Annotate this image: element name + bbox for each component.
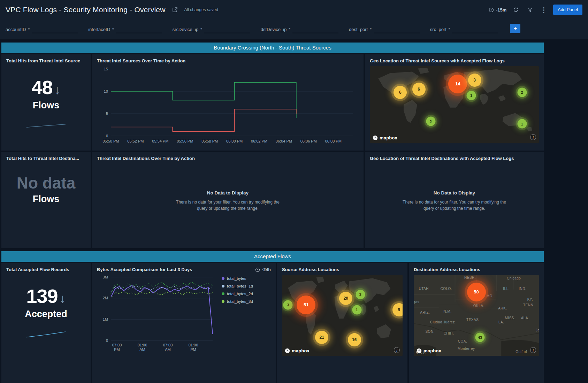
svg-text:07:00: 07:00 <box>112 343 122 347</box>
required-asterisk: * <box>370 27 372 32</box>
map-cluster-bubble[interactable]: 1 <box>467 91 476 100</box>
filter-input-interfaceID[interactable] <box>116 26 162 33</box>
map-cluster-bubble[interactable]: 6 <box>394 86 407 99</box>
required-asterisk: * <box>28 27 30 32</box>
map-cluster-bubble[interactable]: 1 <box>517 119 527 129</box>
sparkline <box>26 329 66 339</box>
svg-text:0: 0 <box>106 134 108 138</box>
mapbox-logo[interactable]: mapbox <box>373 135 397 140</box>
filter-label: dstDevice_ip <box>261 27 287 32</box>
map-info-icon[interactable]: i <box>394 347 400 353</box>
filter-input-dstDevice_ip[interactable] <box>292 26 338 33</box>
panel-geo-threat-destinations: Geo Location of Threat Intel Destination… <box>365 152 544 248</box>
dashboard-header: VPC Flow Logs - Security Monitoring - Ov… <box>0 0 588 20</box>
panel-title: Threat Intel Sources Over Time by Action <box>97 58 359 63</box>
map-cluster-bubble[interactable]: 3 <box>283 300 293 309</box>
panel-title: Source Address Locations <box>282 267 403 272</box>
filter-label: accountID <box>6 27 26 32</box>
required-asterisk: * <box>112 27 114 32</box>
required-asterisk: * <box>200 27 202 32</box>
map-cluster-bubble[interactable]: 50 <box>467 283 486 301</box>
map-info-icon[interactable]: i <box>530 134 536 140</box>
map-label: ARIZ. <box>420 310 430 314</box>
panel-row-1: Total Hits from Threat Intel Source 48↓ … <box>1 54 588 151</box>
stat-unit: Accepted <box>6 309 86 320</box>
map-cluster-bubble[interactable]: 2 <box>517 87 527 97</box>
world-map[interactable]: 351203192116 mapbox i <box>282 275 403 356</box>
panel-title: Bytes Accepted Comparison for Last 3 Day… <box>97 267 192 272</box>
svg-text:1M: 1M <box>103 317 108 321</box>
time-range-control[interactable]: -15m <box>489 7 506 13</box>
panel-row-3: Total Accepted Flow Records 139↓ Accepte… <box>1 263 588 383</box>
map-cluster-bubble[interactable]: 51 <box>297 296 315 314</box>
no-data-title: No Data to Display <box>365 190 544 196</box>
us-map[interactable]: 5043 mapbox i NEBR.ChicagoUTAHCOLO.ILL.I… <box>414 275 539 356</box>
map-cluster-bubble[interactable]: 3 <box>356 290 365 299</box>
mapbox-icon <box>285 348 290 353</box>
legend-item-total-bytes-2d[interactable]: total_bytes_2d <box>222 292 253 296</box>
legend-item-total-bytes[interactable]: total_bytes <box>222 276 253 281</box>
map-cluster-bubble[interactable]: 14 <box>448 75 467 93</box>
mapbox-logo[interactable]: mapbox <box>417 348 441 353</box>
clock-icon <box>255 267 260 272</box>
panel-title: Destination Address Locations <box>414 267 539 272</box>
mapbox-icon <box>417 348 422 353</box>
map-cluster-bubble[interactable]: 6 <box>412 83 426 96</box>
filter-label: dest_port <box>349 27 368 32</box>
map-cluster-bubble[interactable]: 16 <box>348 333 361 346</box>
trend-down-arrow-icon: ↓ <box>60 291 66 306</box>
section-header-boundary-crossing: Boundary Crossing (North - South) Threat… <box>1 43 544 53</box>
map-label: Ciudad Juárez <box>430 320 455 324</box>
threat-sources-line-chart[interactable]: 05101505:50 PM05:52 PM05:54 PM05:56 PM05… <box>97 65 359 147</box>
share-icon[interactable] <box>170 5 180 14</box>
map-cluster-bubble[interactable]: 43 <box>475 332 485 342</box>
map-label: LA. <box>498 320 504 324</box>
stat-unit: Flows <box>6 194 86 205</box>
mapbox-logo[interactable]: mapbox <box>285 348 310 353</box>
filter-input-src_port[interactable] <box>452 26 498 33</box>
map-info-icon[interactable]: i <box>530 347 536 353</box>
map-label: UTAH <box>419 287 428 291</box>
filter-dest_port: dest_port * <box>349 26 420 33</box>
kebab-menu-icon[interactable]: ⋮ <box>539 5 548 14</box>
filter-input-accountID[interactable] <box>32 26 78 33</box>
world-map-continents <box>282 275 403 356</box>
map-cluster-bubble[interactable]: 3 <box>468 74 481 87</box>
filter-interfaceID: interfaceID * <box>88 26 162 33</box>
refresh-icon[interactable] <box>511 5 520 14</box>
map-cluster-bubble[interactable]: 20 <box>339 292 352 305</box>
legend-item-total-bytes-1d[interactable]: total_bytes_1d <box>222 284 253 288</box>
no-data-text: query or updating the time range. <box>92 206 364 212</box>
required-asterisk: * <box>289 27 290 32</box>
map-label: MISS. <box>505 316 516 320</box>
map-cluster-bubble[interactable]: 2 <box>426 117 435 126</box>
panel-total-hits-threat-source: Total Hits from Threat Intel Source 48↓ … <box>1 54 91 151</box>
filter-accountID: accountID * <box>6 26 78 33</box>
add-panel-button[interactable]: Add Panel <box>553 5 582 15</box>
map-label: NEBR. <box>464 275 476 279</box>
filter-input-srcDevice_ip[interactable] <box>204 26 250 33</box>
panel-source-address-locations: Source Address Locations <box>277 263 407 383</box>
svg-text:01:00: 01:00 <box>138 343 147 347</box>
svg-text:06:04 PM: 06:04 PM <box>276 139 292 143</box>
legend-dot <box>222 277 224 280</box>
map-label: OKLA. <box>473 304 484 308</box>
map-label: COA. <box>458 339 467 343</box>
mapbox-icon <box>373 135 378 140</box>
legend-item-total-bytes-3d[interactable]: total_bytes_3d <box>222 299 253 304</box>
panel-title: Geo Location of Threat Intel Sources wit… <box>370 58 539 63</box>
world-map[interactable]: 661431221 mapbox i <box>370 66 539 143</box>
map-cluster-bubble[interactable]: 21 <box>315 331 328 344</box>
trend-down-arrow-icon: ↓ <box>54 83 61 97</box>
panel-time-badge[interactable]: -24h <box>255 267 271 272</box>
filter-icon[interactable] <box>525 5 534 14</box>
dashboard-page: VPC Flow Logs - Security Monitoring - Ov… <box>0 0 588 383</box>
panel-bytes-accepted-comparison: Bytes Accepted Comparison for Last 3 Day… <box>92 263 276 383</box>
svg-text:PM: PM <box>114 347 120 352</box>
add-filter-button[interactable]: + <box>510 24 520 33</box>
panel-threat-dest-over-time: Threat Intel Destinations Over Time by A… <box>92 152 364 248</box>
map-label: ILL. <box>503 287 510 291</box>
filter-input-dest_port[interactable] <box>374 26 420 33</box>
map-cluster-bubble[interactable]: 1 <box>352 305 361 314</box>
bytes-line-chart[interactable]: 01M2M3M07:00PM01:00AM07:00AM01:00PM <box>97 273 218 352</box>
